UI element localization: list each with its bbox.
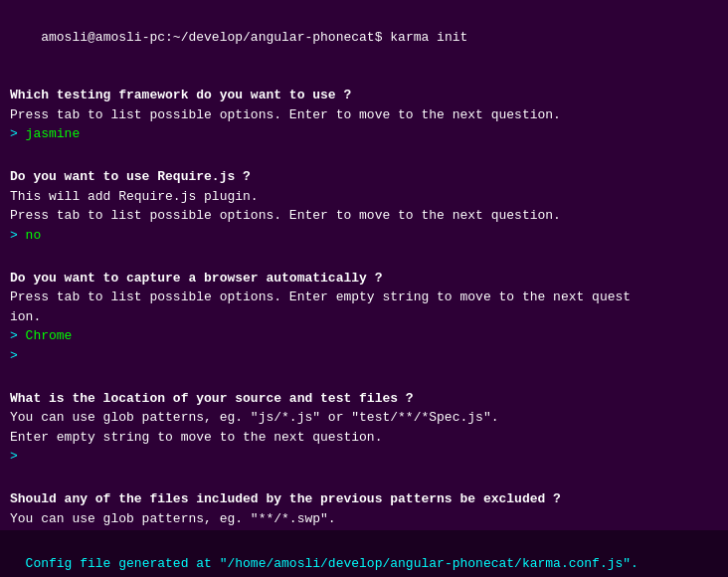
config-message: Config file generated at "/home/amosli/d… xyxy=(26,556,638,571)
hint-2a: This will add Require.js plugin. xyxy=(10,187,718,207)
section-3: Do you want to capture a browser automat… xyxy=(10,249,718,365)
question-5: Should any of the files included by the … xyxy=(10,489,718,509)
hint-1: Press tab to list possible options. Ente… xyxy=(10,105,718,125)
section-2: Do you want to use Require.js ? This wil… xyxy=(10,148,718,246)
section-blank-1 xyxy=(10,67,718,87)
hint-2b: Press tab to list possible options. Ente… xyxy=(10,206,718,226)
answer-4: > xyxy=(10,447,718,467)
hint-3b: ion. xyxy=(10,307,718,327)
question-4: What is the location of your source and … xyxy=(10,389,718,409)
answer-2: > no xyxy=(10,226,718,246)
prompt-text: amosli@amosli-pc:~/develop/angular-phone… xyxy=(41,30,467,45)
extra-prompt-3: > xyxy=(10,346,718,366)
section-blank-5 xyxy=(10,471,718,490)
hint-3a: Press tab to list possible options. Ente… xyxy=(10,288,718,307)
section-blank-3 xyxy=(10,249,718,269)
question-3: Do you want to capture a browser automat… xyxy=(10,269,718,288)
hint-4b: Enter empty string to move to the next q… xyxy=(10,428,718,448)
bottom-status-bar: Config file generated at "/home/amosli/d… xyxy=(0,530,728,577)
section-blank-2 xyxy=(10,148,718,168)
answer-1: > jasmine xyxy=(10,124,718,144)
question-2: Do you want to use Require.js ? xyxy=(10,167,718,187)
answer-3: > Chrome xyxy=(10,326,718,346)
section-4: What is the location of your source and … xyxy=(10,369,718,467)
hint-4a: You can use glob patterns, eg. "js/*.js"… xyxy=(10,408,718,428)
section-1: Which testing framework do you want to u… xyxy=(10,67,718,144)
question-1: Which testing framework do you want to u… xyxy=(10,86,718,105)
section-blank-4 xyxy=(10,369,718,389)
prompt-line: amosli@amosli-pc:~/develop/angular-phone… xyxy=(10,8,718,67)
terminal: amosli@amosli-pc:~/develop/angular-phone… xyxy=(0,0,728,577)
hint-5a: You can use glob patterns, eg. "**/*.swp… xyxy=(10,509,718,529)
